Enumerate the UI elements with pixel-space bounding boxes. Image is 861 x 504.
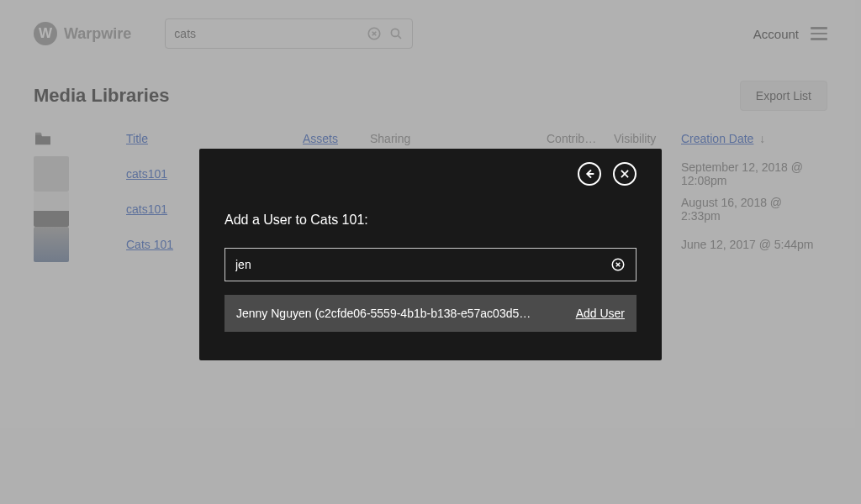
back-button[interactable] bbox=[578, 162, 601, 186]
add-user-button[interactable]: Add User bbox=[576, 307, 625, 320]
add-user-modal: Add a User to Cats 101: Jenny Nguyen (c2… bbox=[199, 149, 662, 360]
modal-title: Add a User to Cats 101: bbox=[224, 213, 637, 228]
user-search-box[interactable] bbox=[224, 248, 637, 281]
user-search-input[interactable] bbox=[235, 258, 604, 271]
close-button[interactable] bbox=[613, 162, 637, 186]
user-result-label: Jenny Nguyen (c2cfde06-5559-4b1b-b138-e5… bbox=[236, 307, 563, 320]
clear-input-icon[interactable] bbox=[610, 257, 626, 272]
user-result-row: Jenny Nguyen (c2cfde06-5559-4b1b-b138-e5… bbox=[224, 295, 637, 332]
